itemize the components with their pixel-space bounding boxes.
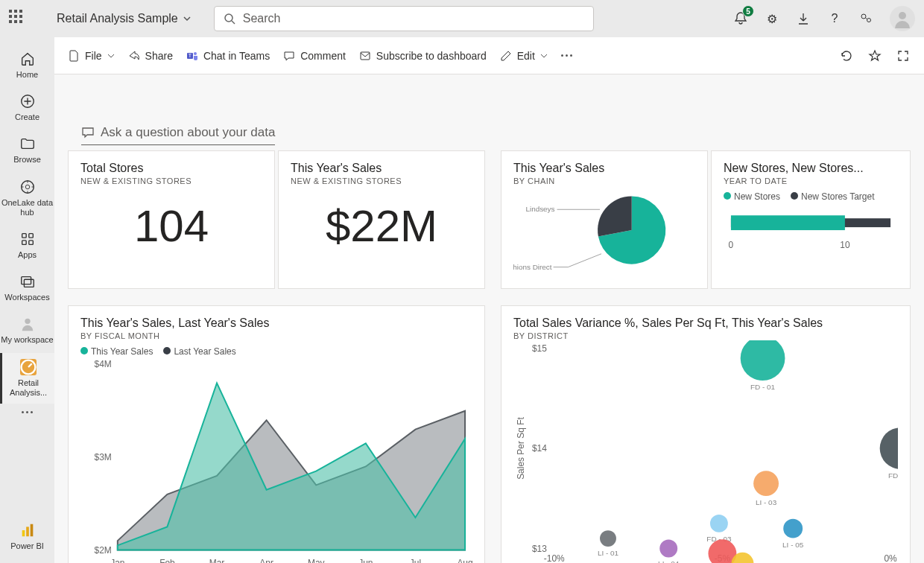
area-chart: $2M$3M$4MJanFebMarAprMayJunJulAug xyxy=(80,357,472,563)
tile-subtitle: BY DISTRICT xyxy=(513,331,898,340)
home-icon xyxy=(19,51,36,67)
fullscreen-icon[interactable] xyxy=(896,48,911,63)
svg-text:0: 0 xyxy=(729,240,734,250)
donut-chart: LindseysFashions Direct xyxy=(513,185,695,282)
avatar[interactable] xyxy=(890,6,915,31)
svg-text:Jun: Jun xyxy=(358,558,373,563)
svg-text:Mar: Mar xyxy=(209,558,225,563)
page-area: File Share T Chat in Teams Comment Subsc… xyxy=(54,37,924,563)
svg-text:Jul: Jul xyxy=(410,558,421,563)
tile-subtitle: NEW & EXISTING STORES xyxy=(291,176,472,185)
rail-browse[interactable]: Browse xyxy=(0,130,54,171)
file-menu[interactable]: File xyxy=(68,50,115,62)
rail-powerbi[interactable]: Power BI xyxy=(0,516,54,557)
edit-button[interactable]: Edit xyxy=(500,50,548,62)
rail-retail-analysis[interactable]: Retail Analysis... xyxy=(0,353,54,404)
tile-this-year-sales-value[interactable]: This Year's Sales NEW & EXISTING STORES … xyxy=(278,150,485,289)
feedback-icon[interactable] xyxy=(858,11,873,26)
app-launcher-icon[interactable] xyxy=(9,10,27,28)
svg-point-0 xyxy=(225,14,232,22)
rail-workspaces[interactable]: Workspaces xyxy=(0,267,54,308)
svg-rect-15 xyxy=(22,530,25,536)
rail-label: Power BI xyxy=(10,541,44,551)
comment-button[interactable]: Comment xyxy=(283,50,346,62)
rail-label: My workspace xyxy=(1,335,53,345)
ellipsis-icon xyxy=(561,54,572,57)
favorite-icon[interactable] xyxy=(867,48,882,63)
global-header: Retail Analysis Sample Search 5 ⚙ ? xyxy=(0,0,924,37)
svg-rect-11 xyxy=(21,277,31,284)
breadcrumb[interactable]: Retail Analysis Sample xyxy=(57,12,192,25)
qna-placeholder: Ask a question about your data xyxy=(101,125,275,140)
notification-badge: 5 xyxy=(742,5,754,17)
svg-rect-9 xyxy=(22,241,26,245)
notifications-icon[interactable]: 5 xyxy=(733,11,748,26)
chat-teams-button[interactable]: T Chat in Teams xyxy=(186,50,270,62)
search-input[interactable]: Search xyxy=(214,6,594,31)
plus-circle-icon xyxy=(19,93,36,109)
workspaces-icon xyxy=(19,273,36,290)
rail-apps[interactable]: Apps xyxy=(0,225,54,266)
rail-label: Retail Analysis... xyxy=(2,378,54,398)
tile-subtitle: BY FISCAL MONTH xyxy=(80,331,472,340)
toolbar: File Share T Chat in Teams Comment Subsc… xyxy=(54,37,924,74)
svg-line-24 xyxy=(568,254,601,267)
tile-sales-by-month[interactable]: This Year's Sales, Last Year's Sales BY … xyxy=(68,305,485,563)
toolbar-more[interactable] xyxy=(561,54,572,57)
svg-text:Lindseys: Lindseys xyxy=(525,205,554,213)
legend-label: New Stores xyxy=(734,191,780,202)
svg-point-13 xyxy=(25,319,30,324)
svg-point-60 xyxy=(710,515,728,532)
svg-text:LI - 04: LI - 04 xyxy=(658,559,680,563)
rail-my-workspace[interactable]: My workspace xyxy=(0,310,54,351)
svg-text:$2M: $2M xyxy=(95,545,112,556)
svg-text:LI - 01: LI - 01 xyxy=(598,549,619,557)
legend-label: This Year Sales xyxy=(91,346,153,357)
rail-label: OneLake data hub xyxy=(0,198,54,217)
svg-rect-17 xyxy=(30,524,33,537)
svg-rect-10 xyxy=(28,241,33,245)
rail-label: Create xyxy=(15,112,39,122)
qna-input[interactable]: Ask a question about your data xyxy=(81,125,275,145)
rail-home[interactable]: Home xyxy=(0,45,54,86)
svg-text:Fashions Direct: Fashions Direct xyxy=(513,263,552,271)
rail-label: Apps xyxy=(18,250,37,260)
share-button[interactable]: Share xyxy=(128,50,173,62)
refresh-icon[interactable] xyxy=(839,48,854,63)
tile-variance-scatter[interactable]: Total Sales Variance %, Sales Per Sq Ft,… xyxy=(501,305,911,563)
svg-text:Jan: Jan xyxy=(110,558,124,563)
tile-new-stores[interactable]: New Stores, New Stores... YEAR TO DATE N… xyxy=(711,150,911,289)
svg-text:T: T xyxy=(189,53,192,58)
tile-sales-by-chain[interactable]: This Year's Sales BY CHAIN LindseysFashi… xyxy=(501,150,708,289)
comment-icon xyxy=(81,126,95,139)
svg-text:$14: $14 xyxy=(532,443,547,454)
svg-rect-12 xyxy=(24,279,34,287)
svg-text:May: May xyxy=(308,558,325,563)
rail-more[interactable] xyxy=(0,405,54,419)
svg-rect-7 xyxy=(22,234,26,238)
tile-title: Total Sales Variance %, Sales Per Sq Ft,… xyxy=(513,317,898,330)
legend-label: New Stores Target xyxy=(801,191,875,202)
svg-point-1 xyxy=(861,14,866,19)
subscribe-button[interactable]: Subscribe to dashboard xyxy=(359,50,487,62)
powerbi-icon xyxy=(19,522,36,538)
svg-point-50 xyxy=(741,340,785,381)
tile-subtitle: YEAR TO DATE xyxy=(724,176,898,185)
share-icon xyxy=(128,50,140,62)
svg-text:$4M: $4M xyxy=(95,359,112,369)
chevron-down-icon xyxy=(540,52,548,60)
svg-text:FD - 02: FD - 02 xyxy=(888,471,898,480)
toolbar-label: Chat in Teams xyxy=(203,50,270,62)
rail-onelake[interactable]: OneLake data hub xyxy=(0,173,54,223)
person-icon xyxy=(19,316,36,332)
svg-point-58 xyxy=(659,540,677,558)
nav-rail: Home Create Browse OneLake data hub Apps… xyxy=(0,37,54,563)
help-icon[interactable]: ? xyxy=(827,11,842,26)
svg-point-54 xyxy=(753,471,779,496)
rail-create[interactable]: Create xyxy=(0,87,54,128)
bubble-chart: $13$14$15Sales Per Sq Ft-10%-5%0%Total S… xyxy=(513,340,898,563)
svg-point-6 xyxy=(25,185,30,189)
settings-icon[interactable]: ⚙ xyxy=(765,11,779,26)
download-icon[interactable] xyxy=(796,11,811,26)
tile-total-stores[interactable]: Total Stores NEW & EXISTING STORES 104 xyxy=(68,150,275,289)
